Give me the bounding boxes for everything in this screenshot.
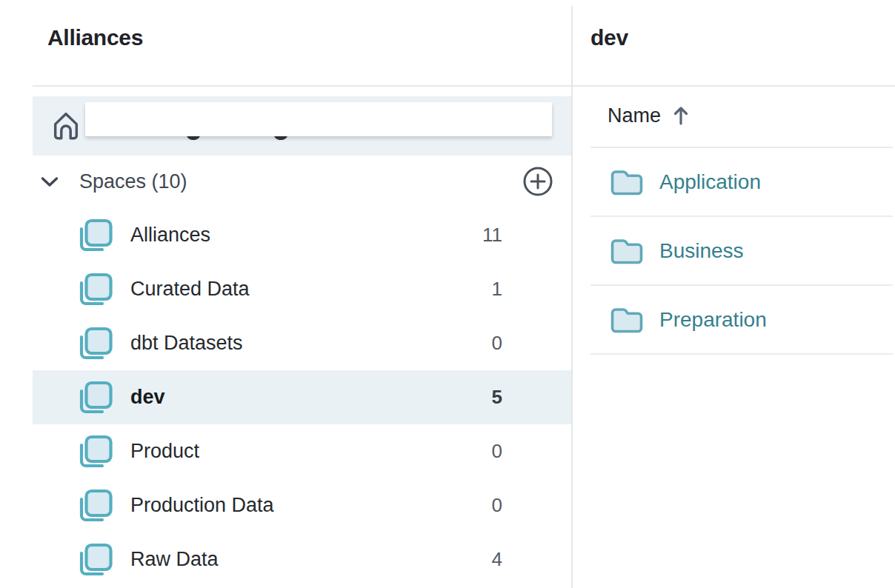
sidebar-item-curated-data[interactable]: Curated Data 1 <box>33 262 571 316</box>
space-name: Raw Data <box>130 548 219 571</box>
folder-row-application[interactable]: Application <box>590 148 893 217</box>
sidebar-item-dev[interactable]: dev 5 <box>33 370 571 424</box>
sidebar-title: Alliances <box>47 25 143 50</box>
space-name: Production Data <box>130 494 274 517</box>
space-icon <box>76 378 114 417</box>
sidebar-item-production-data[interactable]: Production Data 0 <box>33 478 571 532</box>
sidebar-item-raw-data[interactable]: Raw Data 4 <box>33 532 571 587</box>
space-name: dbt Datasets <box>130 332 243 355</box>
spaces-section-row[interactable]: Spaces (10) <box>33 164 571 198</box>
folder-table: Application Business Preparation <box>590 148 893 355</box>
home-icon <box>50 109 81 143</box>
space-name: Curated Data <box>130 278 250 301</box>
space-count: 1 <box>492 278 571 301</box>
space-contents-panel: dev Name Application <box>573 0 895 588</box>
space-count: 5 <box>492 386 571 409</box>
redacted-text-overlay <box>85 102 552 136</box>
space-count: 4 <box>492 548 571 571</box>
space-count: 0 <box>492 332 571 355</box>
folder-row-preparation[interactable]: Preparation <box>590 286 893 355</box>
space-name: Product <box>130 440 199 463</box>
folder-icon <box>609 305 645 335</box>
plus-circle-icon[interactable] <box>522 166 553 197</box>
space-icon <box>76 216 114 255</box>
space-icon <box>76 324 114 363</box>
space-icon <box>76 487 114 525</box>
panel-header-divider <box>573 85 895 87</box>
sidebar-item-alliances[interactable]: Alliances 11 <box>33 208 571 262</box>
space-list: Alliances 11 Curated Data 1 <box>33 208 571 587</box>
folder-icon <box>609 167 645 197</box>
sidebar-item-dbt-datasets[interactable]: dbt Datasets 0 <box>33 316 571 370</box>
dataset-browser-window: Alliances Spaces (10) <box>0 0 895 588</box>
space-name: dev <box>130 386 165 409</box>
folder-row-business[interactable]: Business <box>590 217 893 286</box>
chevron-down-icon[interactable] <box>40 176 59 188</box>
folder-link[interactable]: Application <box>659 170 761 194</box>
page-title: dev <box>590 25 628 50</box>
arrow-up-icon <box>673 105 689 126</box>
space-name: Alliances <box>130 224 210 247</box>
space-count: 0 <box>492 494 571 517</box>
space-icon <box>76 541 114 579</box>
folder-link[interactable]: Business <box>659 239 744 263</box>
name-header-label: Name <box>608 104 661 127</box>
folder-icon <box>609 236 645 266</box>
name-column-header[interactable]: Name <box>608 99 689 132</box>
spaces-sidebar: Alliances Spaces (10) <box>0 0 571 588</box>
spaces-section-label: Spaces (10) <box>79 170 187 193</box>
space-count: 11 <box>482 224 571 247</box>
sidebar-header-divider <box>33 85 571 87</box>
space-icon <box>76 270 114 309</box>
space-count: 0 <box>492 440 571 463</box>
space-icon <box>76 432 114 471</box>
folder-link[interactable]: Preparation <box>659 308 767 332</box>
sidebar-item-product[interactable]: Product 0 <box>33 424 571 478</box>
